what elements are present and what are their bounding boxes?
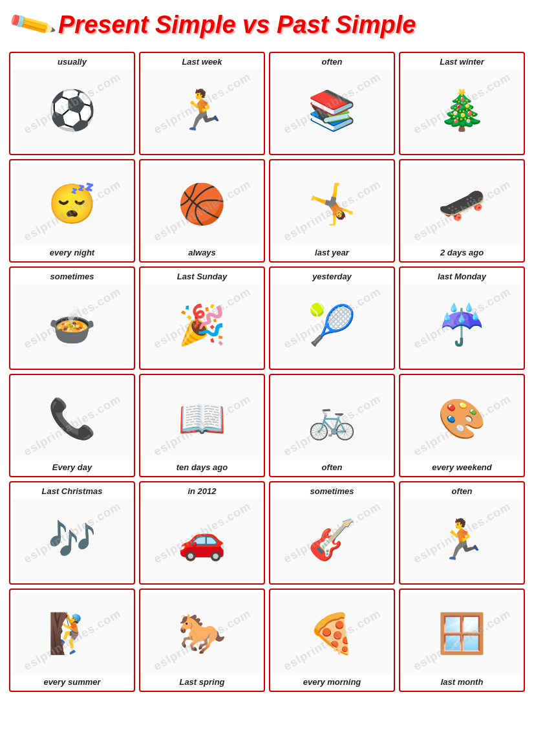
card-image-9: 🎉 bbox=[143, 284, 261, 366]
card-label-22: every morning bbox=[273, 676, 391, 688]
card-image-18: 🎸 bbox=[273, 499, 391, 581]
card-image-17: 🚗 bbox=[143, 499, 261, 581]
card-label-1: Last week bbox=[143, 56, 261, 68]
card-label-16: Last Christmas bbox=[13, 485, 131, 497]
card-label-7: 2 days ago bbox=[403, 246, 521, 259]
card-image-3: 🎄 bbox=[403, 69, 521, 151]
card-19: often🏃eslprintables.com bbox=[399, 481, 525, 585]
card-label-20: every summer bbox=[13, 676, 131, 688]
card-image-12: 📞 bbox=[13, 378, 131, 460]
card-4: 😴every nighteslprintables.com bbox=[9, 159, 135, 263]
card-image-23: 🪟 bbox=[403, 592, 521, 675]
card-image-1: 🏃 bbox=[143, 69, 261, 151]
card-label-12: Every day bbox=[13, 461, 131, 473]
card-image-19: 🏃 bbox=[403, 499, 521, 581]
card-image-10: 🎾 bbox=[273, 284, 391, 366]
card-image-21: 🐎 bbox=[143, 592, 261, 675]
card-11: last Monday☔eslprintables.com bbox=[399, 266, 525, 370]
card-16: Last Christmas🎶eslprintables.com bbox=[9, 481, 135, 585]
card-12: 📞Every dayeslprintables.com bbox=[9, 374, 135, 477]
card-label-13: ten days ago bbox=[143, 461, 261, 473]
card-label-6: last year bbox=[273, 246, 391, 259]
card-14: 🚲ofteneslprintables.com bbox=[269, 374, 395, 477]
card-0: usually⚽eslprintables.com bbox=[9, 52, 135, 155]
card-label-2: often bbox=[273, 56, 391, 68]
card-image-14: 🚲 bbox=[273, 378, 391, 460]
title-area: ✏️ Present Simple vs Past Simple bbox=[6, 6, 528, 43]
card-label-14: often bbox=[273, 461, 391, 473]
card-21: 🐎Last springeslprintables.com bbox=[139, 589, 265, 692]
card-label-21: Last spring bbox=[143, 676, 261, 688]
card-7: 🛹2 days agoeslprintables.com bbox=[399, 159, 525, 263]
card-image-2: 📚 bbox=[273, 69, 391, 151]
card-image-22: 🍕 bbox=[273, 592, 391, 675]
card-3: Last winter🎄eslprintables.com bbox=[399, 52, 525, 155]
card-20: 🧗every summereslprintables.com bbox=[9, 589, 135, 692]
card-label-5: always bbox=[143, 246, 261, 259]
card-8: sometimes🍲eslprintables.com bbox=[9, 266, 135, 370]
card-label-15: every weekend bbox=[403, 461, 521, 473]
card-image-13: 📖 bbox=[143, 378, 261, 460]
card-image-0: ⚽ bbox=[13, 69, 131, 151]
main-title: Present Simple vs Past Simple bbox=[58, 11, 416, 39]
card-image-16: 🎶 bbox=[13, 499, 131, 581]
pencil-icon: ✏️ bbox=[6, 0, 58, 50]
cards-grid: usually⚽eslprintables.comLast week🏃eslpr… bbox=[6, 49, 528, 695]
card-label-18: sometimes bbox=[273, 485, 391, 497]
card-10: yesterday🎾eslprintables.com bbox=[269, 266, 395, 370]
card-image-6: 🤸 bbox=[273, 163, 391, 245]
card-image-4: 😴 bbox=[13, 163, 131, 245]
card-label-0: usually bbox=[13, 56, 131, 68]
card-13: 📖ten days agoeslprintables.com bbox=[139, 374, 265, 477]
card-label-4: every night bbox=[13, 246, 131, 259]
card-17: in 2012🚗eslprintables.com bbox=[139, 481, 265, 585]
card-9: Last Sunday🎉eslprintables.com bbox=[139, 266, 265, 370]
card-label-8: sometimes bbox=[13, 270, 131, 283]
card-label-11: last Monday bbox=[403, 270, 521, 283]
card-label-10: yesterday bbox=[273, 270, 391, 283]
card-image-7: 🛹 bbox=[403, 163, 521, 245]
card-image-20: 🧗 bbox=[13, 592, 131, 675]
card-18: sometimes🎸eslprintables.com bbox=[269, 481, 395, 585]
card-label-3: Last winter bbox=[403, 56, 521, 68]
card-22: 🍕every morningeslprintables.com bbox=[269, 589, 395, 692]
card-image-15: 🎨 bbox=[403, 378, 521, 460]
card-image-8: 🍲 bbox=[13, 284, 131, 366]
card-image-5: 🏀 bbox=[143, 163, 261, 245]
card-5: 🏀alwayseslprintables.com bbox=[139, 159, 265, 263]
card-label-19: often bbox=[403, 485, 521, 497]
card-6: 🤸last yeareslprintables.com bbox=[269, 159, 395, 263]
card-label-17: in 2012 bbox=[143, 485, 261, 497]
card-label-9: Last Sunday bbox=[143, 270, 261, 283]
card-23: 🪟last montheslprintables.com bbox=[399, 589, 525, 692]
card-1: Last week🏃eslprintables.com bbox=[139, 52, 265, 155]
card-15: 🎨every weekendeslprintables.com bbox=[399, 374, 525, 477]
card-label-23: last month bbox=[403, 676, 521, 688]
card-image-11: ☔ bbox=[403, 284, 521, 366]
card-2: often📚eslprintables.com bbox=[269, 52, 395, 155]
